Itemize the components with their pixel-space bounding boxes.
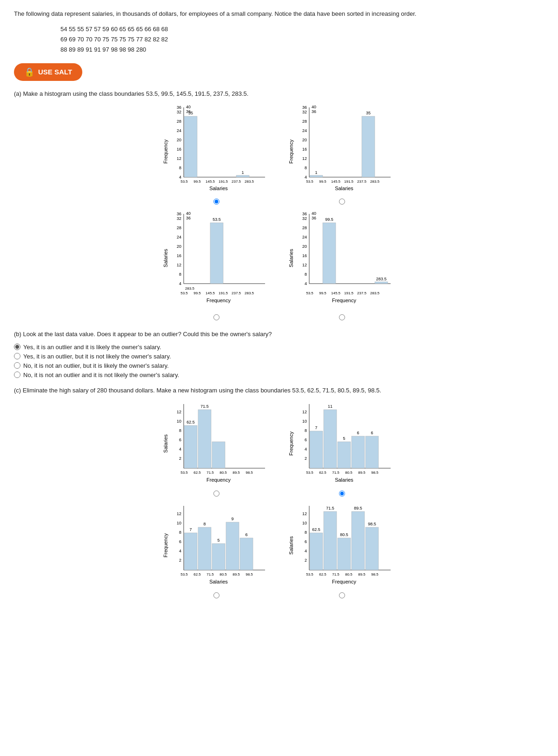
svg-rect-37 <box>310 175 323 177</box>
svg-text:62.5: 62.5 <box>319 572 326 577</box>
svg-text:8: 8 <box>305 428 307 433</box>
svg-text:2: 2 <box>305 456 307 461</box>
radio-a3[interactable] <box>213 314 219 320</box>
svg-text:32: 32 <box>177 216 181 221</box>
svg-text:32: 32 <box>302 216 307 221</box>
radio-c3 <box>213 592 219 598</box>
chart-c1: Salaries 2 4 6 8 10 12 62.5 71.5 <box>163 399 270 488</box>
svg-text:71.5: 71.5 <box>206 471 214 475</box>
radio-a1[interactable] <box>213 199 219 205</box>
svg-text:283.5: 283.5 <box>376 277 387 281</box>
svg-text:Salaries: Salaries <box>209 186 228 191</box>
radio-c2-input[interactable] <box>339 491 345 497</box>
svg-rect-11 <box>184 116 197 177</box>
svg-text:12: 12 <box>177 410 181 414</box>
radio-c4-input[interactable] <box>339 592 345 598</box>
svg-text:20: 20 <box>302 244 307 249</box>
svg-text:71.5: 71.5 <box>326 506 334 511</box>
svg-text:Salaries: Salaries <box>335 477 353 483</box>
data-table: 54 55 55 57 57 59 60 65 65 65 66 68 68 6… <box>60 24 544 55</box>
radio-b3-label: No, it is not an outlier, but it is like… <box>23 362 169 369</box>
radio-b4[interactable] <box>14 371 20 378</box>
svg-text:191.5: 191.5 <box>344 179 354 184</box>
svg-rect-59 <box>210 223 223 284</box>
svg-text:145.5: 145.5 <box>206 291 215 295</box>
svg-text:98.5: 98.5 <box>246 471 253 475</box>
svg-text:12: 12 <box>302 410 307 414</box>
svg-text:99.5: 99.5 <box>193 291 201 295</box>
radio-a4[interactable] <box>339 314 345 320</box>
radio-b3[interactable] <box>14 362 20 369</box>
svg-text:Frequency: Frequency <box>332 579 356 584</box>
svg-text:1: 1 <box>241 170 244 175</box>
chart-c2: Frequency 2 4 6 8 10 12 7 11 5 <box>288 399 395 488</box>
part-a-label: (a) Make a histogram using the class bou… <box>14 89 544 99</box>
svg-text:2: 2 <box>179 558 181 563</box>
svg-rect-84 <box>375 282 388 284</box>
svg-text:20: 20 <box>302 138 307 142</box>
svg-text:36: 36 <box>302 105 307 110</box>
svg-text:6: 6 <box>245 532 247 537</box>
svg-text:28: 28 <box>177 225 181 230</box>
svg-text:6: 6 <box>179 539 181 544</box>
svg-text:89.5: 89.5 <box>358 471 365 475</box>
svg-text:8: 8 <box>179 428 181 433</box>
svg-text:8: 8 <box>179 166 181 170</box>
svg-rect-35 <box>362 116 375 177</box>
svg-text:145.5: 145.5 <box>331 179 341 184</box>
svg-text:6: 6 <box>305 438 307 442</box>
data-row-1: 54 55 55 57 57 59 60 65 65 65 66 68 68 <box>60 24 544 34</box>
svg-text:99.5: 99.5 <box>319 179 326 184</box>
chart-a1: Frequency 4 8 12 16 20 24 28 32 36 35 <box>163 103 270 196</box>
svg-rect-179 <box>352 511 365 570</box>
radio-b4-label: No, it is not an outlier and it is not l… <box>23 371 179 378</box>
svg-text:71.5: 71.5 <box>332 471 339 475</box>
svg-text:35: 35 <box>366 111 371 115</box>
svg-text:8: 8 <box>179 530 181 535</box>
svg-text:237.5: 237.5 <box>357 179 367 184</box>
svg-text:62.5: 62.5 <box>193 471 201 475</box>
svg-text:5: 5 <box>217 538 219 543</box>
radio-row-a3 <box>213 314 219 320</box>
radio-c3-input[interactable] <box>213 592 219 598</box>
svg-text:80.5: 80.5 <box>219 572 227 577</box>
svg-text:8: 8 <box>203 522 206 526</box>
svg-text:53.5: 53.5 <box>213 217 221 222</box>
svg-text:12: 12 <box>302 511 307 516</box>
histogram-option-1: Frequency 4 8 12 16 20 24 28 32 36 35 <box>163 103 270 205</box>
svg-rect-152 <box>212 544 225 570</box>
svg-text:16: 16 <box>302 147 307 152</box>
svg-text:40: 40 <box>312 105 316 109</box>
svg-text:1: 1 <box>315 170 317 175</box>
svg-text:2: 2 <box>305 558 307 563</box>
svg-text:28: 28 <box>177 119 181 124</box>
histogram-c2: Frequency 2 4 6 8 10 12 7 11 5 <box>288 399 395 497</box>
svg-text:62.5: 62.5 <box>186 420 195 424</box>
svg-text:98.5: 98.5 <box>246 572 253 577</box>
svg-text:6: 6 <box>179 438 181 442</box>
use-salt-button[interactable]: 🔒 USE SALT <box>14 63 82 81</box>
svg-text:4: 4 <box>179 549 181 553</box>
radio-b1[interactable] <box>14 344 20 350</box>
svg-text:4: 4 <box>179 175 181 179</box>
chart-a4: Salaries 4 8 12 16 20 24 28 32 36 99.5 2… <box>288 209 395 312</box>
radio-b2[interactable] <box>14 353 20 359</box>
svg-text:80.5: 80.5 <box>219 471 227 475</box>
part-b: (b) Look at the last data value. Does it… <box>14 330 544 378</box>
part-c: (c) Eliminate the high salary of 280 tho… <box>14 386 544 599</box>
radio-row-a1 <box>213 199 219 205</box>
svg-text:283.5: 283.5 <box>185 286 195 291</box>
svg-text:53.5: 53.5 <box>180 291 188 295</box>
svg-text:36: 36 <box>302 212 307 216</box>
radio-b-option-2: Yes, it is an outlier, but it is not lik… <box>14 353 544 360</box>
svg-text:80.5: 80.5 <box>345 471 352 475</box>
svg-text:Salaries: Salaries <box>209 579 228 584</box>
svg-text:4: 4 <box>305 447 307 451</box>
y-label-a3: Salaries <box>163 249 168 267</box>
svg-text:28: 28 <box>302 225 307 230</box>
svg-text:191.5: 191.5 <box>219 291 228 295</box>
svg-text:99.5: 99.5 <box>319 291 326 295</box>
radio-a2[interactable] <box>339 199 345 205</box>
radio-c1-input[interactable] <box>213 491 219 497</box>
svg-text:283.5: 283.5 <box>370 179 380 184</box>
